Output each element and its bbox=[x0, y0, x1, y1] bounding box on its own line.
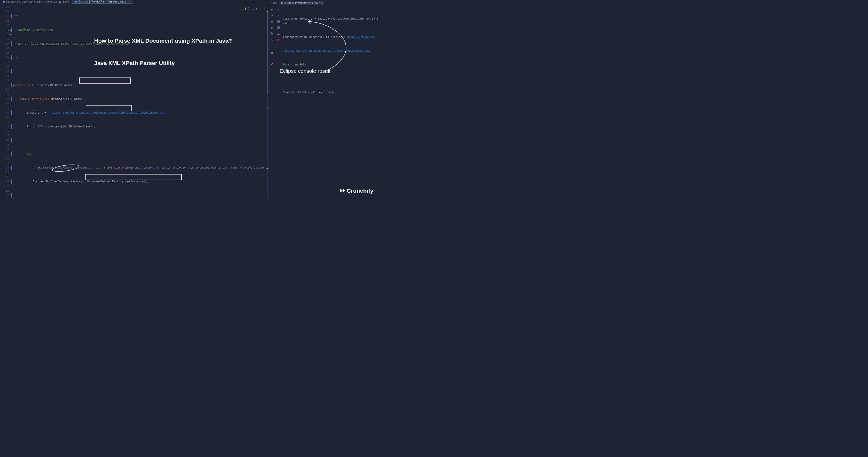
rerun-icon[interactable]: ▶ bbox=[271, 8, 273, 10]
screenshot-icon[interactable]: ◉ bbox=[271, 26, 273, 29]
svg-text:C: C bbox=[3, 1, 4, 2]
crunchify-logo: Crunchify bbox=[339, 187, 373, 194]
scroll-down-icon[interactable]: ↓ bbox=[277, 14, 280, 17]
run-config-name: CrunchifyXMLXPathParser bbox=[283, 1, 320, 4]
soft-wrap-icon[interactable]: ≡ bbox=[277, 20, 280, 23]
scroll-up-icon[interactable]: ↑ bbox=[277, 8, 280, 10]
settings-icon[interactable]: ⚙ bbox=[271, 14, 273, 17]
tabs-overflow-icon[interactable]: ⋮ bbox=[264, 0, 269, 3]
exit-icon[interactable]: ↪ bbox=[271, 39, 273, 41]
logo-icon bbox=[339, 188, 345, 194]
console-line: More than 400k bbox=[283, 62, 379, 67]
stop-icon[interactable]: ■ bbox=[271, 20, 273, 23]
run-toolbar-left: ▶ ⚙ ■ ◉ 🔌 ↪ ▦ 📌 bbox=[269, 6, 275, 200]
java-class-icon: C bbox=[75, 0, 77, 3]
console-line: crunchifyGetURLContents() is hitting : h… bbox=[283, 35, 379, 39]
tab-label: CrunchifyXMLXPathParser.java bbox=[78, 0, 126, 3]
console-line: .com/wp-content/uploads/code/CrunchifyXM… bbox=[283, 49, 379, 53]
console-output[interactable]: /Users/ashah/Library/Java/JavaVirtualMac… bbox=[282, 6, 379, 200]
annotation-box bbox=[79, 78, 131, 84]
tab-inactive[interactable]: C CrunchifyJsonGeneratorPrettyJSON.java bbox=[0, 0, 72, 3]
tab-label: CrunchifyJsonGeneratorPrettyJSON.java bbox=[6, 0, 69, 3]
close-icon[interactable]: × bbox=[128, 0, 130, 3]
console-line: /Users/ashah/Library/Java/JavaVirtualMac… bbox=[283, 16, 379, 26]
application-icon: ▦ bbox=[281, 1, 282, 4]
tab-active[interactable]: C CrunchifyXMLXPathParser.java × bbox=[72, 0, 133, 3]
run-toolbar-console: ↑ ↓ ≡ ↧ 🖶 🗑 bbox=[275, 6, 282, 200]
svg-text:C: C bbox=[75, 1, 76, 2]
console-line: Process finished with exit code 0 bbox=[283, 90, 379, 95]
scrollbar-marks bbox=[267, 11, 269, 109]
print-icon[interactable]: 🖶 bbox=[277, 32, 280, 35]
annotation-box bbox=[85, 174, 182, 180]
scroll-end-icon[interactable]: ↧ bbox=[277, 26, 280, 29]
annotation-box bbox=[86, 105, 132, 111]
java-class-icon: C bbox=[2, 0, 5, 3]
clear-icon[interactable]: 🗑 bbox=[277, 39, 280, 41]
overlay-title: How to Parse XML Document using XPath in… bbox=[94, 22, 232, 82]
editor-tabs: C CrunchifyJsonGeneratorPrettyJSON.java … bbox=[0, 0, 269, 4]
line-gutter: 1920212223 24▶ 25▶ 26272829 3031323334 3… bbox=[0, 4, 11, 200]
pin-icon[interactable]: 📌 bbox=[271, 63, 273, 65]
close-icon[interactable]: × bbox=[321, 1, 322, 4]
run-config-tab[interactable]: ▦ CrunchifyXMLXPathParser × bbox=[279, 1, 324, 5]
annotation-label: Eclipse console result bbox=[280, 68, 331, 74]
layout-icon[interactable]: ▦ bbox=[271, 51, 273, 54]
power-icon[interactable]: 🔌 bbox=[271, 32, 273, 35]
run-label: Run: bbox=[271, 1, 277, 4]
run-header: Run: ▦ CrunchifyXMLXPathParser × bbox=[269, 0, 379, 6]
code-editor[interactable]: /** * @author Crunchify.com * How to Par… bbox=[11, 4, 269, 200]
annotation-ellipse bbox=[52, 163, 80, 173]
